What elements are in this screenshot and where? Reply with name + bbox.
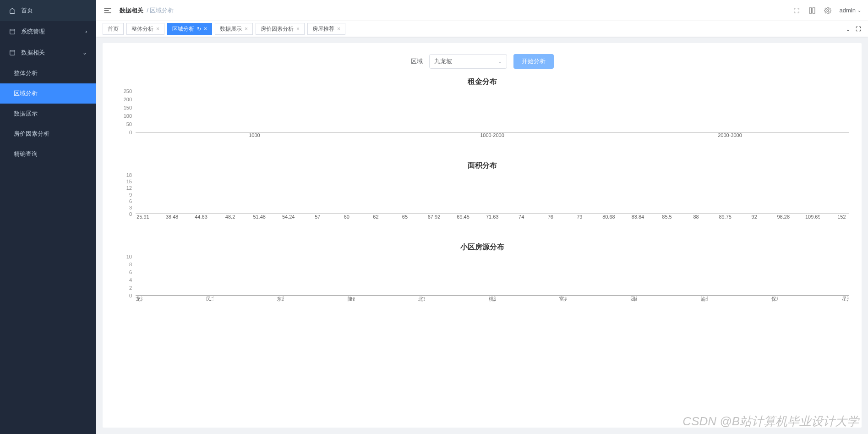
tab-5[interactable]: 房屋推荐×: [307, 23, 345, 35]
chart-area: 面积分布036912151825.9138.4844.6348.251.4854…: [115, 161, 849, 220]
tab-2[interactable]: 区域分析 ↻×: [167, 23, 212, 35]
chevron-down-icon: ⌄: [498, 59, 502, 65]
sidebar: 首页 系统管理›数据相关⌄整体分析区域分析数据展示房价因素分析精确查询: [0, 0, 96, 434]
tab-0[interactable]: 首页: [103, 23, 124, 35]
close-icon[interactable]: ×: [337, 26, 340, 32]
tab-3[interactable]: 数据展示×: [215, 23, 253, 35]
sidebar-group-1[interactable]: 数据相关⌄: [0, 42, 96, 63]
topbar: 数据相关 / 区域分析 admin ⌄: [96, 0, 868, 21]
svg-point-9: [827, 10, 829, 11]
sidebar-item-1-3[interactable]: 房价因素分析: [0, 124, 96, 144]
svg-rect-0: [10, 29, 15, 34]
breadcrumb-sub: 区域分析: [150, 7, 174, 14]
svg-rect-8: [813, 8, 815, 13]
close-icon[interactable]: ×: [245, 26, 248, 32]
chart-rent: 租金分布05010015020025010001000-20002000-300…: [115, 77, 849, 138]
user-name: admin: [840, 7, 856, 14]
sidebar-home-label: 首页: [21, 6, 33, 15]
region-select-value: 九龙坡: [434, 57, 452, 66]
main-card: 区域 九龙坡 ⌄ 开始分析 租金分布0501001502002501000100…: [103, 43, 862, 428]
analyze-button[interactable]: 开始分析: [513, 54, 554, 69]
sidebar-item-1-2[interactable]: 数据展示: [0, 104, 96, 124]
menu-toggle-icon[interactable]: [103, 6, 112, 15]
chevron-right-icon: ›: [85, 28, 87, 35]
sidebar-item-1-0[interactable]: 整体分析: [0, 63, 96, 83]
monitor-icon: [9, 28, 16, 35]
chevron-down-icon: ⌄: [82, 49, 87, 56]
fullscreen-icon[interactable]: [793, 7, 800, 14]
chevron-down-icon: ⌄: [857, 8, 861, 13]
close-icon[interactable]: ×: [156, 26, 159, 32]
region-select[interactable]: 九龙坡 ⌄: [429, 54, 507, 69]
sidebar-item-home[interactable]: 首页: [0, 0, 96, 21]
data-icon: [9, 49, 16, 56]
region-label: 区域: [411, 57, 423, 66]
refresh-icon[interactable]: ↻: [197, 26, 201, 32]
tab-4[interactable]: 房价因素分析×: [256, 23, 305, 35]
tab-1[interactable]: 整体分析×: [126, 23, 164, 35]
user-menu[interactable]: admin ⌄: [840, 7, 861, 14]
sidebar-group-0[interactable]: 系统管理›: [0, 21, 96, 42]
tabs-bar: 首页整体分析×区域分析 ↻×数据展示×房价因素分析×房屋推荐× ⌄: [96, 21, 868, 37]
chart-title: 面积分布: [115, 161, 849, 170]
tabs-dropdown-icon[interactable]: ⌄: [846, 26, 851, 33]
gear-icon[interactable]: [824, 7, 831, 14]
sidebar-item-1-1[interactable]: 区域分析: [0, 83, 96, 104]
layout-icon[interactable]: [808, 7, 816, 14]
breadcrumb: 数据相关 / 区域分析: [120, 6, 174, 15]
chart-community: 小区房源分布0246810龙湖新壹城民主三村东原九城时光隆鑫西城汇北京城建云熙台…: [115, 242, 849, 302]
svg-rect-7: [809, 8, 812, 13]
svg-rect-2: [10, 50, 15, 55]
breadcrumb-main: 数据相关: [120, 7, 143, 14]
sidebar-item-1-4[interactable]: 精确查询: [0, 144, 96, 164]
close-icon[interactable]: ×: [296, 26, 300, 32]
chart-title: 小区房源分布: [115, 242, 849, 252]
tabs-fullscreen-icon[interactable]: [855, 26, 862, 33]
filter-row: 区域 九龙坡 ⌄ 开始分析: [115, 54, 849, 69]
chart-title: 租金分布: [115, 77, 849, 87]
home-icon: [9, 7, 16, 14]
close-icon[interactable]: ×: [204, 26, 207, 32]
